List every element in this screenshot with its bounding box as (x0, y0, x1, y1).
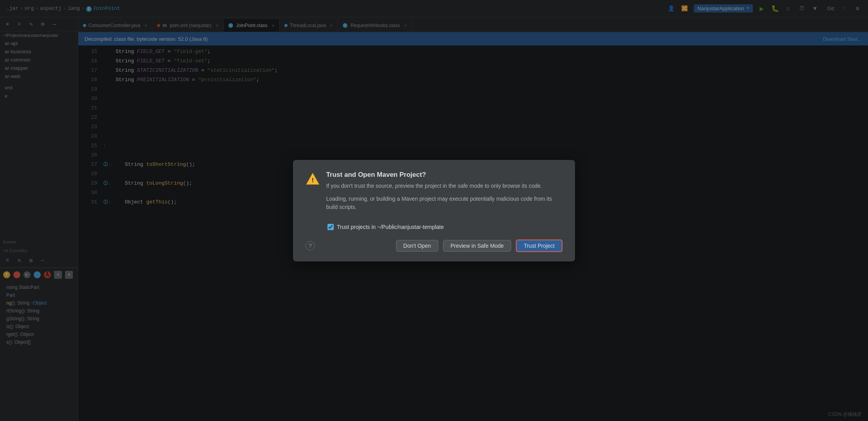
trust-checkbox-label: Trust projects in ~/Public/nanjustar-tem… (337, 224, 444, 230)
modal-desc2: Loading, running, or building a Maven pr… (326, 195, 562, 211)
trust-project-button[interactable]: Trust Project (516, 240, 562, 252)
dont-open-button[interactable]: Don't Open (396, 240, 438, 252)
modal-text-block: Trust and Open Maven Project? If you don… (326, 171, 562, 216)
modal-buttons: ? Don't Open Preview in Safe Mode Trust … (306, 240, 562, 252)
modal-checkbox-row[interactable]: Trust projects in ~/Public/nanjustar-tem… (327, 224, 562, 230)
help-button[interactable]: ? (306, 241, 315, 250)
preview-safe-mode-button[interactable]: Preview in Safe Mode (443, 240, 511, 252)
ide-window: .jar › org › aspectj › lang › IJoinPoint… (0, 0, 868, 421)
modal-title: Trust and Open Maven Project? (326, 171, 562, 179)
modal-desc1: If you don't trust the source, preview t… (326, 182, 562, 190)
trust-checkbox[interactable] (327, 224, 334, 230)
warning-icon: ! (306, 171, 320, 187)
svg-text:!: ! (311, 177, 315, 184)
modal-overlay: ! Trust and Open Maven Project? If you d… (0, 0, 868, 421)
trust-dialog: ! Trust and Open Maven Project? If you d… (293, 160, 575, 261)
modal-header: ! Trust and Open Maven Project? If you d… (306, 171, 562, 216)
